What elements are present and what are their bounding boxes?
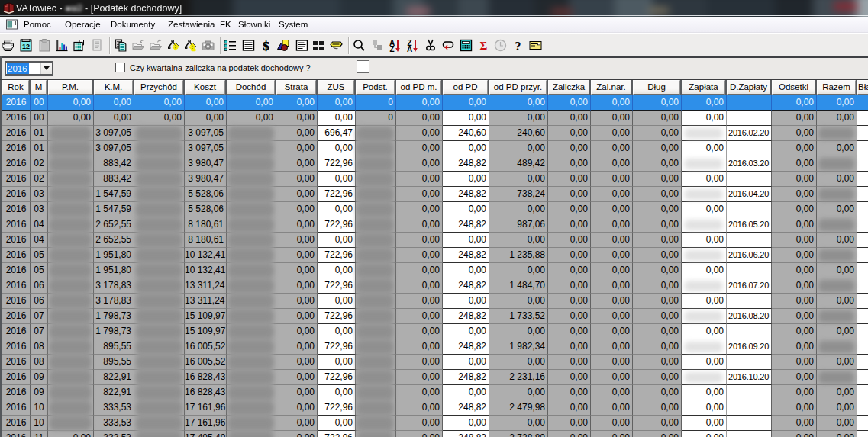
svg-text:Z: Z bbox=[389, 45, 394, 52]
svg-text:?: ? bbox=[515, 40, 521, 53]
svg-text:A: A bbox=[407, 45, 412, 52]
svg-text:$: $ bbox=[263, 39, 269, 52]
svg-text:Σ: Σ bbox=[480, 40, 488, 52]
svg-text:12: 12 bbox=[22, 43, 30, 50]
